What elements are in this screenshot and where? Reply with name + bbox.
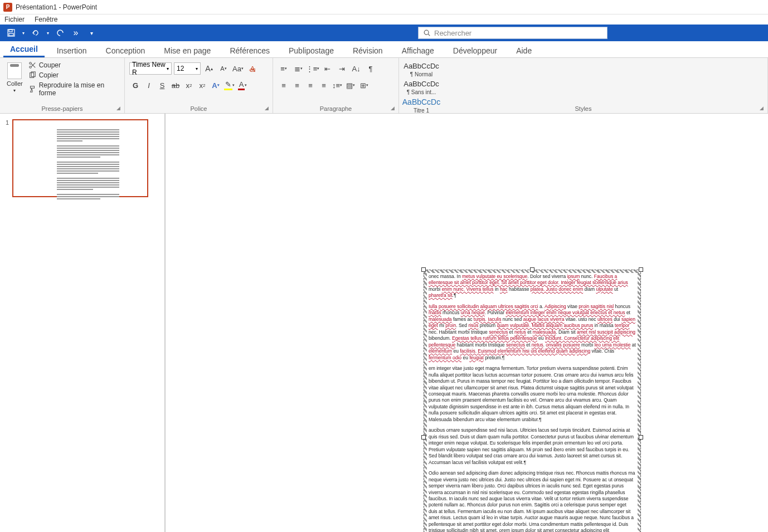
scissors-icon — [28, 61, 36, 69]
dropdown-icon[interactable]: ▾ — [20, 26, 27, 40]
superscript-button[interactable]: x2 — [196, 79, 208, 91]
menu-bar: Fichier Fenêtre — [0, 14, 768, 25]
svg-point-6 — [29, 62, 31, 65]
tab-references[interactable]: Références — [223, 43, 276, 57]
chevron-down-icon: ▾ — [196, 66, 198, 71]
decrease-indent-icon[interactable]: ⇤ — [321, 62, 333, 75]
sort-icon[interactable]: A↓ — [350, 62, 362, 75]
tab-affichage[interactable]: Affichage — [395, 43, 441, 57]
decrease-font-icon[interactable]: A▾ — [217, 62, 230, 75]
clipboard-launcher-icon[interactable]: ◢ — [116, 105, 122, 111]
shading-icon[interactable]: ▨▾ — [344, 79, 357, 91]
styles-launcher-icon[interactable]: ◢ — [760, 105, 765, 111]
menu-file[interactable]: Fichier — [4, 16, 25, 23]
style-sansint[interactable]: AaBbCcDc¶ Sans int... — [404, 79, 439, 96]
align-right-icon[interactable]: ≡ — [304, 79, 317, 91]
clear-formatting-icon[interactable]: A⌫ — [246, 62, 259, 75]
svg-point-5 — [29, 66, 31, 69]
resize-handle-icon[interactable] — [421, 435, 426, 440]
resize-handle-icon[interactable] — [421, 267, 426, 272]
title-bar: P Présentation1 - PowerPoint — [0, 0, 768, 14]
font-color-icon[interactable]: A▾ — [236, 79, 249, 91]
bold-button[interactable]: G — [129, 79, 142, 91]
text-box[interactable]: onec massa. In metus vulputate eu sceler… — [424, 270, 641, 532]
paragraph-2: Iulla posuere sollicitudin aliquam ultri… — [429, 304, 636, 361]
italic-button[interactable]: I — [143, 79, 155, 91]
save-icon[interactable] — [4, 26, 18, 40]
paragraph-3: em integer vitae justo eget magna fermen… — [429, 365, 636, 423]
font-size-combo[interactable]: 12▾ — [174, 62, 201, 75]
slide-area[interactable]: onec massa. In metus vulputate eu sceler… — [165, 114, 768, 532]
paste-label: Coller — [7, 80, 23, 87]
svg-point-3 — [424, 30, 429, 35]
align-center-icon[interactable]: ≡ — [291, 79, 303, 91]
text-content[interactable]: onec massa. In metus vulputate eu sceler… — [427, 273, 638, 532]
increase-indent-icon[interactable]: ⇥ — [336, 62, 348, 75]
increase-font-icon[interactable]: A▴ — [203, 62, 215, 75]
subscript-button[interactable]: x2 — [183, 79, 195, 91]
copy-icon — [28, 71, 36, 79]
font-launcher-icon[interactable]: ◢ — [265, 105, 270, 111]
paragraph-4: aucibus ornare suspendisse sed nisi lacu… — [429, 427, 636, 466]
copy-button[interactable]: Copier — [28, 71, 120, 79]
group-styles: AaBbCcDc¶ NormalAaBbCcDc¶ Sans int...AaB… — [399, 58, 768, 113]
paragraph-launcher-icon[interactable]: ◢ — [391, 105, 396, 111]
search-placeholder: Rechercher — [434, 29, 472, 37]
tab-revision[interactable]: Révision — [346, 43, 390, 57]
group-label-font: Police — [125, 105, 273, 112]
resize-handle-icon[interactable] — [639, 435, 643, 440]
tab-accueil[interactable]: Accueil — [3, 41, 45, 57]
bullets-icon[interactable]: ≡▾ — [278, 62, 290, 75]
redo-icon[interactable] — [54, 26, 67, 40]
group-paragraph: ≡▾ ≣▾ ⋮≡▾ ⇤ ⇥ A↓ ¶ ≡ ≡ ≡ ≡ ↕≡▾ ▨▾ ⊞▾ Par… — [273, 58, 399, 113]
quick-access-toolbar: ▾ ▾ » ▾ Rechercher — [0, 25, 768, 41]
svg-rect-1 — [9, 30, 12, 32]
clipboard-icon — [7, 62, 22, 79]
forward-icon[interactable]: » — [69, 26, 82, 40]
ribbon: Coller ▾ Couper Copier Reproduire la mis… — [0, 58, 768, 114]
tab-aide[interactable]: Aide — [509, 43, 538, 57]
tab-developpeur[interactable]: Développeur — [446, 43, 504, 57]
highlight-icon[interactable]: ✎▾ — [223, 79, 235, 91]
align-left-icon[interactable]: ≡ — [278, 79, 290, 91]
customize-qat-icon[interactable]: ▾ — [85, 26, 98, 40]
style-normal[interactable]: AaBbCcDc¶ Normal — [404, 61, 439, 78]
change-case-icon[interactable]: Aa▾ — [232, 62, 244, 75]
font-name-combo[interactable]: Times New R▾ — [129, 62, 172, 75]
cut-button[interactable]: Couper — [28, 61, 120, 69]
group-clipboard: Coller ▾ Couper Copier Reproduire la mis… — [0, 58, 125, 113]
format-painter-button[interactable]: Reproduire la mise en forme — [28, 81, 120, 97]
line-spacing-icon[interactable]: ↕≡▾ — [331, 79, 343, 91]
undo-icon[interactable] — [29, 26, 42, 40]
strikethrough-button[interactable]: ab — [169, 79, 182, 91]
slide-thumb — [12, 119, 148, 197]
tab-miseenpage[interactable]: Mise en page — [157, 43, 217, 57]
resize-handle-icon[interactable] — [639, 267, 643, 272]
menu-window[interactable]: Fenêtre — [35, 16, 57, 23]
text-effects-icon[interactable]: A▾ — [210, 79, 222, 91]
group-label-paragraph: Paragraphe — [273, 105, 398, 112]
app-icon: P — [3, 3, 12, 12]
svg-line-4 — [428, 34, 430, 36]
slide-number: 1 — [6, 119, 9, 126]
tab-conception[interactable]: Conception — [99, 43, 152, 57]
paintbrush-icon — [28, 85, 36, 93]
numbering-icon[interactable]: ≣▾ — [292, 62, 304, 75]
thumbnail-panel: 1 — [0, 114, 165, 532]
resize-handle-icon[interactable] — [530, 267, 534, 272]
window-title: Présentation1 - PowerPoint — [16, 3, 97, 11]
show-marks-icon[interactable]: ¶ — [364, 62, 377, 75]
borders-icon[interactable]: ⊞▾ — [358, 79, 370, 91]
dropdown-icon[interactable]: ▾ — [45, 26, 51, 40]
align-justify-icon[interactable]: ≡ — [318, 79, 330, 91]
underline-button[interactable]: S — [156, 79, 168, 91]
multilevel-icon[interactable]: ⋮≡▾ — [307, 62, 319, 75]
tab-insertion[interactable]: Insertion — [50, 43, 94, 57]
group-label-styles: Styles — [399, 105, 767, 112]
search-icon — [423, 29, 431, 37]
chevron-down-icon: ▾ — [13, 88, 16, 93]
paste-button[interactable]: Coller ▾ — [4, 60, 25, 103]
tab-publipostage[interactable]: Publipostage — [282, 43, 341, 57]
search-box[interactable]: Rechercher — [418, 27, 607, 39]
slide-thumbnail-1[interactable]: 1 — [6, 119, 159, 197]
